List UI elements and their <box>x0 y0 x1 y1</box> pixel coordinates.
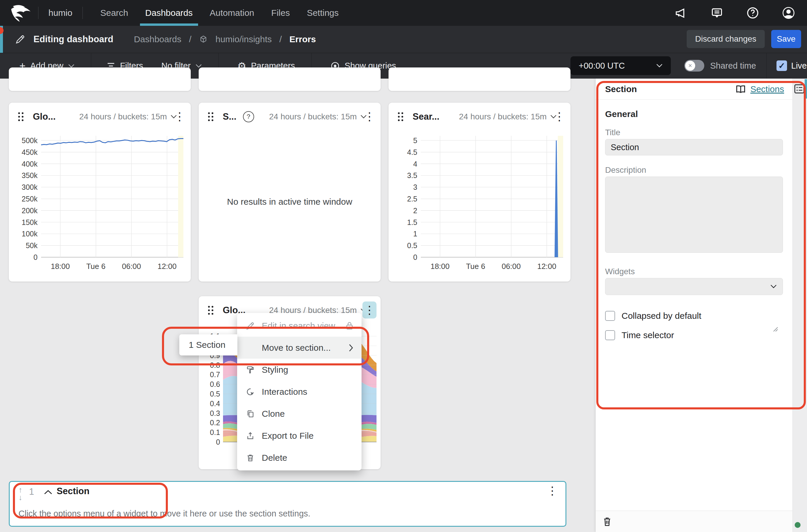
svg-text:1: 1 <box>413 230 417 238</box>
widget-options-kebab-icon[interactable]: ⋮ <box>362 108 377 125</box>
discard-changes-button[interactable]: Discard changes <box>687 30 765 48</box>
menu-item-label: Export to File <box>262 431 314 441</box>
svg-text:300k: 300k <box>22 183 38 191</box>
breadcrumb-dashboards[interactable]: Dashboards <box>134 34 181 44</box>
menu-item-edit-in-search-view[interactable]: Edit in search view <box>237 315 362 337</box>
menu-item-styling[interactable]: Styling <box>237 359 362 381</box>
chevron-down-icon <box>656 64 663 68</box>
feedback-icon[interactable] <box>710 6 724 20</box>
menu-item-label: Clone <box>262 409 285 419</box>
delete-section-trash-icon[interactable] <box>602 516 612 527</box>
svg-text:12:00: 12:00 <box>158 262 177 271</box>
sections-link-label: Sections <box>750 84 784 94</box>
widgets-select[interactable] <box>605 278 783 295</box>
widget-card-partial <box>199 68 381 91</box>
timezone-selector[interactable]: +00:00 UTC <box>570 56 671 75</box>
line-chart: 050k100k150k200k250k300k350k400k450k500k… <box>12 131 188 279</box>
shared-time-toggle[interactable]: × <box>684 60 704 72</box>
falcon-logo-icon[interactable] <box>10 4 33 22</box>
save-button[interactable]: Save <box>771 30 801 48</box>
bar-chart: 00.511.522.533.544.5518:00Tue 606:0012:0… <box>391 131 568 279</box>
nav-item-settings[interactable]: Settings <box>302 0 344 26</box>
menu-item-label: Move to section... <box>262 343 331 353</box>
checkbox[interactable] <box>605 330 615 340</box>
widget-time-selector[interactable]: 24 hours / buckets: 15m <box>269 112 367 121</box>
checkbox-label: Time selector <box>622 330 674 340</box>
menu-item-move-to-section[interactable]: Move to section... <box>237 337 362 359</box>
help-circle-icon[interactable]: ? <box>243 111 254 122</box>
nav-item-automation[interactable]: Automation <box>204 0 260 26</box>
panel-footer <box>596 511 792 532</box>
menu-item-label: Delete <box>262 453 287 463</box>
menu-item-export-to-file[interactable]: Export to File <box>237 425 362 446</box>
widget-card-line-chart: Glo... 24 hours / buckets: 15m ⋮ 050k100… <box>9 103 191 282</box>
svg-text:3: 3 <box>413 183 417 191</box>
time-selection-label: 24 hours / buckets: 15m <box>459 112 547 121</box>
widget-header: Sear... 24 hours / buckets: 15m ⋮ <box>388 103 570 131</box>
svg-text:0.7: 0.7 <box>210 370 220 379</box>
submenu-item-1-section[interactable]: 1 Section <box>189 340 225 350</box>
svg-text:4: 4 <box>413 160 417 168</box>
widget-card-partial <box>9 68 191 91</box>
widget-options-kebab-icon[interactable]: ⋮ <box>552 108 566 125</box>
collapse-chevron-icon[interactable] <box>44 490 53 495</box>
menu-item-label: Styling <box>262 365 288 375</box>
menu-item-delete[interactable]: Delete <box>237 446 362 469</box>
nav-item-dashboards[interactable]: Dashboards <box>140 0 198 26</box>
account-icon[interactable] <box>782 6 795 20</box>
resize-grip-icon[interactable] <box>772 325 778 332</box>
widget-card-bar-chart: Sear... 24 hours / buckets: 15m ⋮ 00.511… <box>388 103 570 282</box>
toggle-knob: × <box>685 61 695 71</box>
section-options-kebab-icon[interactable]: ⋮ <box>547 484 558 497</box>
live-checkbox[interactable]: ✓ <box>776 60 787 71</box>
sections-link[interactable]: Sections <box>735 84 784 94</box>
drag-handle-icon[interactable] <box>207 305 214 316</box>
widget-options-kebab-icon[interactable]: ⋮ <box>362 302 377 319</box>
arrow-up-icon[interactable]: ↑ <box>18 486 22 494</box>
widget-card-partial <box>388 68 570 91</box>
widget-card-empty: S... ? 24 hours / buckets: 15m ⋮ No resu… <box>199 103 381 282</box>
panel-title: Section <box>605 84 637 94</box>
drag-handle-icon[interactable] <box>397 111 404 122</box>
shared-time-label: Shared time <box>710 60 756 72</box>
status-dot <box>795 522 801 528</box>
svg-text:Tue 6: Tue 6 <box>86 262 106 271</box>
title-label: Title <box>605 128 620 137</box>
widget-time-selector[interactable]: 24 hours / buckets: 15m <box>79 112 177 121</box>
time-selector-checkbox-row[interactable]: Time selector <box>605 330 674 340</box>
checkbox[interactable] <box>605 311 615 321</box>
arrow-down-icon[interactable]: ↓ <box>18 494 22 501</box>
drag-handle-icon[interactable] <box>18 111 24 122</box>
section-settings-rail-icon[interactable] <box>794 84 805 94</box>
help-icon[interactable] <box>746 6 759 20</box>
title-input[interactable] <box>605 139 783 155</box>
svg-text:4.5: 4.5 <box>407 148 417 156</box>
general-heading: General <box>605 109 638 119</box>
section-reorder-arrows-icon[interactable]: ↑ ↓ <box>18 486 22 501</box>
svg-text:400k: 400k <box>22 160 38 168</box>
breadcrumb-view[interactable]: humio/insights <box>215 34 272 44</box>
svg-text:Tue 6: Tue 6 <box>466 262 485 271</box>
paint-roller-icon <box>246 365 255 374</box>
widget-context-menu: Edit in search view Move to section... S… <box>237 313 362 470</box>
announcements-icon[interactable] <box>674 6 688 20</box>
svg-text:3.5: 3.5 <box>407 171 417 179</box>
widget-time-selector[interactable]: 24 hours / buckets: 15m <box>459 112 557 121</box>
nav-item-search[interactable]: Search <box>95 0 133 26</box>
section-title: Section <box>57 486 90 496</box>
collapsed-by-default-checkbox-row[interactable]: Collapsed by default <box>605 311 701 321</box>
menu-item-label: Interactions <box>262 387 307 397</box>
menu-item-interactions[interactable]: Interactions <box>237 381 362 403</box>
widget-options-kebab-icon[interactable]: ⋮ <box>172 108 187 125</box>
widget-header: S... ? 24 hours / buckets: 15m ⋮ <box>199 103 381 131</box>
svg-text:06:00: 06:00 <box>501 262 520 271</box>
svg-text:18:00: 18:00 <box>430 262 450 271</box>
description-textarea[interactable] <box>605 176 783 253</box>
breadcrumb-current: Errors <box>289 34 316 44</box>
svg-text:200k: 200k <box>22 207 38 215</box>
section-order-number: 1 <box>29 487 34 497</box>
drag-handle-icon[interactable] <box>207 111 214 122</box>
settings-rail <box>792 79 807 532</box>
nav-item-files[interactable]: Files <box>266 0 295 26</box>
menu-item-clone[interactable]: Clone <box>237 403 362 425</box>
